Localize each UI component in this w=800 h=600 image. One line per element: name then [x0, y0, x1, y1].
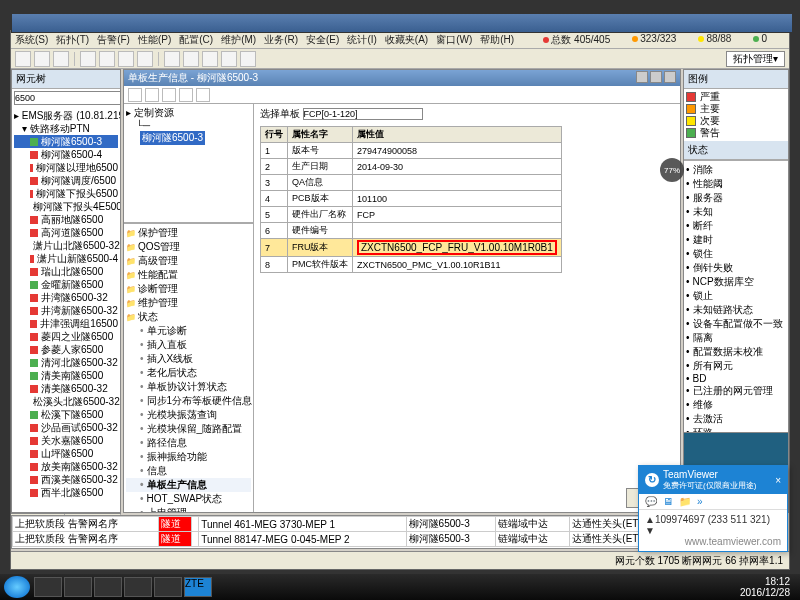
menu-item[interactable]: 系统(S)	[15, 33, 48, 47]
menu-item[interactable]: 帮助(H)	[480, 33, 514, 47]
ne-tree-item[interactable]: 潇片山新隧6500-4	[14, 252, 118, 265]
ne-tree-item[interactable]: 关水嘉隧6500	[14, 434, 118, 447]
tv-screen-icon[interactable]: 🖥	[663, 496, 673, 507]
nav-folder[interactable]: 维护管理	[126, 296, 251, 310]
table-row[interactable]: 8PMC软件版本ZXCTN6500_PMC_V1.00.10R1B11	[261, 257, 562, 273]
windows-taskbar[interactable]: ZTE 18:122016/12/28	[0, 574, 800, 600]
tool-button[interactable]	[179, 88, 193, 102]
menu-item[interactable]: 配置(C)	[179, 33, 213, 47]
task-item[interactable]	[154, 577, 182, 597]
menu-item[interactable]: 窗口(W)	[436, 33, 472, 47]
nav-item[interactable]: 光模块振荡查询	[126, 408, 251, 422]
menu-item[interactable]: 业务(R)	[264, 33, 298, 47]
ne-tree-item[interactable]: 高河道隧6500	[14, 226, 118, 239]
ne-tree-item[interactable]: 清美南隧6500	[14, 369, 118, 382]
resource-leaf[interactable]: 柳河隧6500-3	[140, 131, 205, 145]
tool-button[interactable]	[145, 88, 159, 102]
menu-item[interactable]: 性能(P)	[138, 33, 171, 47]
nav-item[interactable]: 插入直板	[126, 338, 251, 352]
ne-tree-item[interactable]: 清河北隧6500-32	[14, 356, 118, 369]
minimize-icon[interactable]	[636, 71, 648, 83]
maximize-icon[interactable]	[650, 71, 662, 83]
ne-tree-item[interactable]: 高丽地隧6500	[14, 213, 118, 226]
tv-more-icon[interactable]: »	[697, 496, 703, 507]
nav-item[interactable]: 振神振给功能	[126, 450, 251, 464]
ne-tree-item[interactable]: 柳河隧调度/6500	[14, 174, 118, 187]
ne-tree-item[interactable]: 瑞山北隧6500	[14, 265, 118, 278]
tv-link[interactable]: www.teamviewer.com	[645, 536, 781, 547]
ne-tree-item[interactable]: 参菱人家6500	[14, 343, 118, 356]
nav-item[interactable]: 单板协议计算状态	[126, 380, 251, 394]
nav-folder[interactable]: 诊断管理	[126, 282, 251, 296]
task-item[interactable]	[94, 577, 122, 597]
tool-button[interactable]	[202, 51, 218, 67]
tool-button[interactable]	[162, 88, 176, 102]
nav-folder[interactable]: QOS管理	[126, 240, 251, 254]
ne-tree-item[interactable]: 金曜新隧6500	[14, 278, 118, 291]
table-row[interactable]: 5硬件出厂名称FCP	[261, 207, 562, 223]
menu-item[interactable]: 维护(M)	[221, 33, 256, 47]
menu-item[interactable]: 安全(E)	[306, 33, 339, 47]
nav-item[interactable]: 单元诊断	[126, 324, 251, 338]
nav-item[interactable]: 信息	[126, 464, 251, 478]
ne-tree-item[interactable]: 柳河隧6500-3	[14, 135, 118, 148]
nav-item[interactable]: 单板生产信息	[126, 478, 251, 492]
nav-item[interactable]: 路径信息	[126, 436, 251, 450]
ne-tree-item[interactable]: 柳河隧下报头4E500	[14, 200, 118, 213]
alarm-row[interactable]: 上把软质段 告警网名序隧道Tunnel 461-MEG 3730-MEP 1柳河…	[13, 517, 680, 532]
ne-tree-item[interactable]: 西半北隧6500	[14, 486, 118, 499]
select-board-input[interactable]	[303, 108, 423, 120]
ne-tree-item[interactable]: 沙品画试6500-32	[14, 421, 118, 434]
task-item[interactable]	[64, 577, 92, 597]
close-icon[interactable]	[664, 71, 676, 83]
table-row[interactable]: 4PCB版本101100	[261, 191, 562, 207]
nav-item[interactable]: 插入X线板	[126, 352, 251, 366]
nav-folder[interactable]: 状态	[126, 310, 251, 324]
ne-tree-item[interactable]: 柳河隧以理地6500	[14, 161, 118, 174]
ne-tree-item[interactable]: 松溪头北隧6500-32	[14, 395, 118, 408]
ne-tree-item[interactable]: 松溪下隧6500	[14, 408, 118, 421]
ne-tree-item[interactable]: 西溪美隧6500-32	[14, 473, 118, 486]
tool-button[interactable]	[183, 51, 199, 67]
start-button[interactable]	[4, 576, 30, 598]
tool-button[interactable]	[15, 51, 31, 67]
ne-tree-item[interactable]: 放美南隧6500-32	[14, 460, 118, 473]
tool-button[interactable]	[137, 51, 153, 67]
table-row[interactable]: 7FRU版本ZXCTN6500_FCP_FRU_V1.00.10M1R0B1	[261, 239, 562, 257]
table-row[interactable]: 1版本号279474900058	[261, 143, 562, 159]
ne-tree-item[interactable]: 潇片山北隧6500-32	[14, 239, 118, 252]
nav-item[interactable]: 光模块保留_随路配置	[126, 422, 251, 436]
mgmt-dropdown[interactable]: 拓扑管理 ▾	[726, 51, 785, 67]
resource-root[interactable]: ▸ 定制资源	[126, 106, 251, 120]
nav-item[interactable]: 上电管理	[126, 506, 251, 512]
task-item[interactable]	[34, 577, 62, 597]
ne-tree-item[interactable]: 井湾隧6500-32	[14, 291, 118, 304]
nav-item[interactable]: HOT_SWAP状态	[126, 492, 251, 506]
ne-tree-item[interactable]: 柳河隧6500-4	[14, 148, 118, 161]
ne-search-input[interactable]	[14, 91, 121, 105]
ne-tree-item[interactable]: 柳河隧下报头6500	[14, 187, 118, 200]
tv-chat-icon[interactable]: 💬	[645, 496, 657, 507]
nav-folder[interactable]: 性能配置	[126, 268, 251, 282]
table-row[interactable]: 2生产日期2014-09-30	[261, 159, 562, 175]
ne-tree-item[interactable]: 清美隧6500-32	[14, 382, 118, 395]
task-item[interactable]: ZTE	[184, 577, 212, 597]
ne-tree-item[interactable]: 菱四之业隧6500	[14, 330, 118, 343]
close-icon[interactable]: ×	[775, 475, 781, 486]
table-row[interactable]: 3QA信息	[261, 175, 562, 191]
tool-button[interactable]	[164, 51, 180, 67]
tool-button[interactable]	[34, 51, 50, 67]
ne-tree-item[interactable]: 山坪隧6500	[14, 447, 118, 460]
nav-folder[interactable]: 保护管理	[126, 226, 251, 240]
tool-button[interactable]	[221, 51, 237, 67]
table-row[interactable]: 6硬件编号	[261, 223, 562, 239]
nav-folder[interactable]: 高级管理	[126, 254, 251, 268]
system-tray[interactable]: 18:122016/12/28	[740, 576, 796, 598]
tool-button[interactable]	[240, 51, 256, 67]
tool-button[interactable]	[196, 88, 210, 102]
alarm-grid[interactable]: 上把软质段 告警网名序隧道Tunnel 461-MEG 3730-MEP 1柳河…	[11, 515, 681, 549]
menu-item[interactable]: 告警(F)	[97, 33, 130, 47]
nav-item[interactable]: 老化后状态	[126, 366, 251, 380]
task-item[interactable]	[124, 577, 152, 597]
menu-item[interactable]: 统计(I)	[347, 33, 376, 47]
